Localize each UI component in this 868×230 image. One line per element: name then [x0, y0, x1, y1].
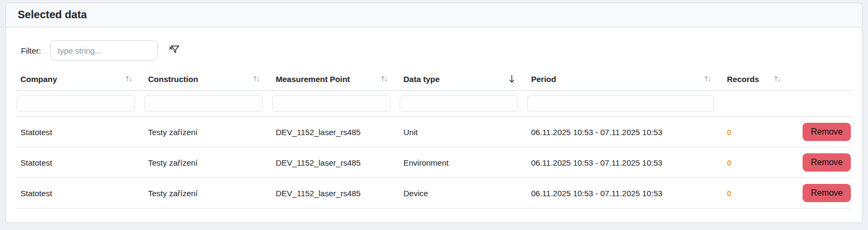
construction-cell: Testy zařízení	[144, 117, 271, 147]
company-cell: Statotest	[16, 147, 144, 178]
column-label-period: Period	[531, 75, 556, 84]
column-header-actions	[792, 68, 852, 91]
sort-none-icon	[380, 75, 388, 83]
remove-button[interactable]: Remove	[803, 184, 851, 202]
selected-data-table: Company Construction	[16, 68, 852, 209]
table-row: Statotest Testy zařízení DEV_1152_laser_…	[16, 178, 852, 209]
column-header-period[interactable]: Period	[527, 68, 723, 91]
card-body: Filter: Company	[6, 27, 862, 209]
remove-button[interactable]: Remove	[803, 153, 851, 172]
column-filter-row	[16, 91, 852, 117]
table-row: Statotest Testy zařízení DEV_1152_laser_…	[16, 147, 852, 178]
filter-clear-icon	[167, 43, 181, 58]
company-cell: Statotest	[16, 117, 144, 147]
data-type-cell: Device	[399, 178, 527, 209]
column-header-measurement-point[interactable]: Measurement Point	[271, 68, 399, 91]
remove-button[interactable]: Remove	[803, 123, 851, 141]
measurement-point-cell: DEV_1152_laser_rs485	[271, 147, 399, 178]
measurement-point-cell: DEV_1152_laser_rs485	[271, 117, 399, 147]
construction-filter-input[interactable]	[144, 95, 263, 112]
period-cell: 06.11.2025 10:53 - 07.11.2025 10:53	[527, 178, 723, 209]
construction-cell: Testy zařízení	[144, 178, 271, 209]
construction-cell: Testy zařízení	[144, 147, 271, 178]
column-header-construction[interactable]: Construction	[144, 68, 271, 91]
filter-clear-button[interactable]	[167, 43, 181, 58]
period-cell: 06.11.2025 10:53 - 07.11.2025 10:53	[527, 117, 723, 147]
period-filter-input[interactable]	[527, 95, 714, 112]
records-cell: 0	[723, 147, 792, 178]
filter-bar: Filter:	[21, 40, 852, 61]
column-label-measurement-point: Measurement Point	[276, 75, 350, 84]
company-cell: Statotest	[16, 178, 144, 209]
selected-data-card: Selected data Filter:	[5, 3, 863, 223]
sort-none-icon	[774, 75, 782, 83]
column-header-data-type[interactable]: Data type	[399, 68, 527, 91]
column-label-data-type: Data type	[403, 75, 440, 84]
records-cell: 0	[723, 178, 792, 209]
data-type-filter-input[interactable]	[400, 95, 518, 112]
data-type-cell: Environment	[399, 147, 527, 178]
table-header-row: Company Construction	[16, 68, 852, 91]
period-cell: 06.11.2025 10:53 - 07.11.2025 10:53	[527, 147, 723, 178]
filter-label: Filter:	[21, 46, 41, 55]
column-label-construction: Construction	[148, 75, 198, 84]
table-row: Statotest Testy zařízení DEV_1152_laser_…	[16, 117, 852, 147]
records-cell: 0	[723, 117, 792, 147]
column-label-company: Company	[20, 75, 57, 84]
sort-none-icon	[253, 75, 261, 83]
column-header-records[interactable]: Records	[723, 68, 792, 91]
global-filter-input[interactable]	[50, 40, 158, 61]
column-header-company[interactable]: Company	[16, 68, 144, 91]
data-type-cell: Unit	[399, 117, 527, 147]
measurement-point-filter-input[interactable]	[272, 95, 391, 112]
measurement-point-cell: DEV_1152_laser_rs485	[271, 178, 399, 209]
company-filter-input[interactable]	[17, 95, 135, 112]
sort-descending-icon	[507, 74, 516, 84]
card-title: Selected data	[6, 3, 862, 27]
column-label-records: Records	[727, 75, 759, 84]
sort-none-icon	[704, 75, 712, 83]
sort-none-icon	[125, 75, 133, 83]
